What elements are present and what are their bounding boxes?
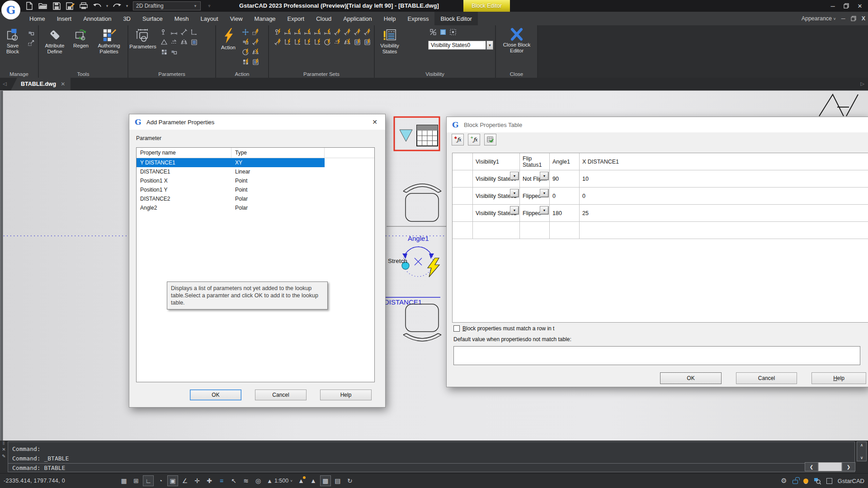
grid-cell[interactable]: Flipped▼ (520, 205, 550, 222)
audit-table-button[interactable] (484, 134, 496, 145)
xy-stretch-box-set-icon[interactable] (302, 37, 312, 47)
linear-parameter-icon[interactable] (169, 27, 179, 37)
tab-scroll-right-icon[interactable]: ▷ (861, 81, 864, 87)
new-file-button[interactable] (24, 1, 35, 11)
ribbon-tab-3d[interactable]: 3D (117, 12, 137, 25)
grid-header-cell[interactable] (453, 153, 473, 170)
dialog-close-icon[interactable]: ✕ (369, 117, 381, 127)
lookup-set-icon[interactable] (362, 37, 372, 47)
authoring-palettes-button[interactable]: Authoring Palettes (93, 25, 125, 55)
edit-block-icon[interactable] (26, 28, 36, 38)
minimize-window-button[interactable]: ─ (826, 1, 839, 11)
grid-cell[interactable]: Visibility States1▼ (473, 188, 520, 205)
stretch-action-icon[interactable] (241, 37, 250, 47)
move-action-icon[interactable] (241, 27, 250, 37)
polar-move-set-icon[interactable] (332, 27, 342, 37)
command-horizontal-scrollbar[interactable]: ❮ ❯ (805, 462, 855, 471)
xy-array-box-set-icon[interactable] (312, 37, 322, 47)
ribbon-tab-manage[interactable]: Manage (249, 12, 282, 25)
settings-gear-icon[interactable]: ⚙ (781, 477, 787, 485)
grid-cell[interactable] (580, 222, 868, 239)
linear-stretch-set-icon[interactable] (292, 27, 302, 37)
action-lightning-icon[interactable] (428, 258, 439, 277)
ok-button[interactable]: OK (190, 389, 241, 400)
close-window-button[interactable]: ✕ (854, 1, 866, 11)
save-as-button[interactable] (64, 1, 76, 11)
dialog-title-bar[interactable]: G Block Properties Table (447, 117, 868, 132)
show-lineweight-icon[interactable]: ≡ (216, 475, 227, 486)
ribbon-tab-express[interactable]: Express (402, 12, 435, 25)
flip-set-icon[interactable] (342, 37, 352, 47)
grid-header-cell[interactable]: Angle1 (550, 153, 580, 170)
block-table-grip[interactable] (394, 117, 439, 150)
cell-dropdown-icon[interactable]: ▼ (540, 172, 548, 180)
grid-cell[interactable]: 0 (580, 188, 868, 205)
parameter-row-position1-y[interactable]: Position1 YPoint (137, 185, 325, 194)
grid-cell[interactable] (453, 222, 473, 239)
ribbon-tab-layout[interactable]: Layout (195, 12, 224, 25)
xy-move-set-icon[interactable] (283, 37, 292, 47)
grid-cell[interactable]: Visibility States2▼ (473, 205, 520, 222)
command-vertical-scrollbar[interactable]: ∧∨ (857, 441, 867, 461)
close-doc-icon[interactable]: X (862, 15, 865, 22)
rotation-parameter-icon[interactable] (159, 37, 169, 47)
save-block-as-icon[interactable] (26, 38, 36, 48)
help-button[interactable]: Help (811, 372, 866, 384)
point-move-set-icon[interactable] (273, 27, 283, 37)
ribbon-tab-view[interactable]: View (224, 12, 249, 25)
grid-cell[interactable]: 0 (550, 188, 580, 205)
print-button[interactable] (78, 1, 90, 11)
grid-cell[interactable]: Flipped▼ (520, 188, 550, 205)
must-match-checkbox[interactable] (453, 325, 460, 332)
grid-cell[interactable] (453, 205, 473, 222)
object-snap-icon[interactable]: ∠ (179, 475, 190, 486)
ribbon-tab-cloud[interactable]: Cloud (310, 12, 337, 25)
annotation-scale-dropdown[interactable]: ▲1:500˅ (265, 478, 294, 484)
polar-tracking-icon[interactable]: ◔ (155, 475, 166, 486)
gstarcad-logo-icon[interactable]: G (1, 0, 20, 19)
parameters-button[interactable]: Parameters (129, 25, 156, 50)
flip-action-icon[interactable] (250, 47, 260, 57)
hardware-acceleration-bulb-icon[interactable] (803, 479, 808, 483)
command-input-line[interactable]: Command: BTABLE (8, 463, 854, 472)
redo-button[interactable] (111, 1, 123, 11)
annotation-monitor-icon[interactable]: ✚ (204, 475, 215, 486)
ribbon-tab-surface[interactable]: Surface (137, 12, 169, 25)
linear-stretch-pair-set-icon[interactable] (322, 27, 332, 37)
save-block-button[interactable]: Save Block (1, 25, 24, 55)
polar-array-set-icon[interactable] (352, 27, 362, 37)
find-icon[interactable] (814, 478, 821, 484)
tab-scroll-left-icon[interactable]: ◁ (3, 81, 6, 87)
cell-dropdown-icon[interactable]: ▼ (510, 189, 519, 197)
workspace-dropdown[interactable]: 2D Drafting ▾ (133, 1, 201, 10)
attribute-define-button[interactable]: Attribute Define (41, 25, 69, 55)
lookup-action-icon[interactable] (250, 57, 260, 67)
make-invisible-icon[interactable] (428, 27, 438, 37)
action-button[interactable]: Action (217, 25, 240, 51)
appearance-dropdown[interactable]: Appearance ˅ (802, 15, 836, 22)
cancel-button[interactable]: Cancel (255, 389, 307, 400)
column-header-type[interactable]: Type (231, 148, 325, 158)
scroll-right-icon[interactable]: ❯ (842, 462, 855, 471)
annotation-visibility-icon[interactable]: ▲ (296, 475, 307, 486)
block-properties-grid[interactable]: Visibility1Flip Status1Angle1X DISTANCE1… (452, 153, 868, 323)
zoom-object-icon[interactable]: ◎ (253, 475, 264, 486)
linear-move-pair-set-icon[interactable] (312, 27, 322, 37)
object-snap-3d-icon[interactable]: ✛ (192, 475, 203, 486)
parameter-row-angle2[interactable]: Angle2Polar (137, 203, 325, 212)
visibility-states-button[interactable]: Visibility States (377, 25, 403, 55)
grid-cell[interactable]: 25 (580, 205, 868, 222)
unlock-icon[interactable] (793, 480, 798, 484)
ortho-icon[interactable]: ∟ (143, 475, 154, 486)
grid-icon[interactable]: ⊞ (131, 475, 142, 486)
scroll-thumb[interactable] (818, 462, 842, 471)
command-edit-icon[interactable]: ✎ (2, 454, 5, 459)
visibility-set-icon[interactable] (352, 37, 362, 47)
isolate-objects-icon[interactable]: ≋ (241, 475, 251, 486)
command-close-icon[interactable]: ✕ (2, 447, 5, 452)
lookup-grip-triangle-icon[interactable] (400, 130, 412, 141)
ok-button[interactable]: OK (660, 372, 722, 384)
ribbon-tab-help[interactable]: Help (378, 12, 402, 25)
cell-dropdown-icon[interactable]: ▼ (510, 206, 519, 214)
add-parameter-property-button[interactable]: ◆ƒx (452, 134, 464, 145)
